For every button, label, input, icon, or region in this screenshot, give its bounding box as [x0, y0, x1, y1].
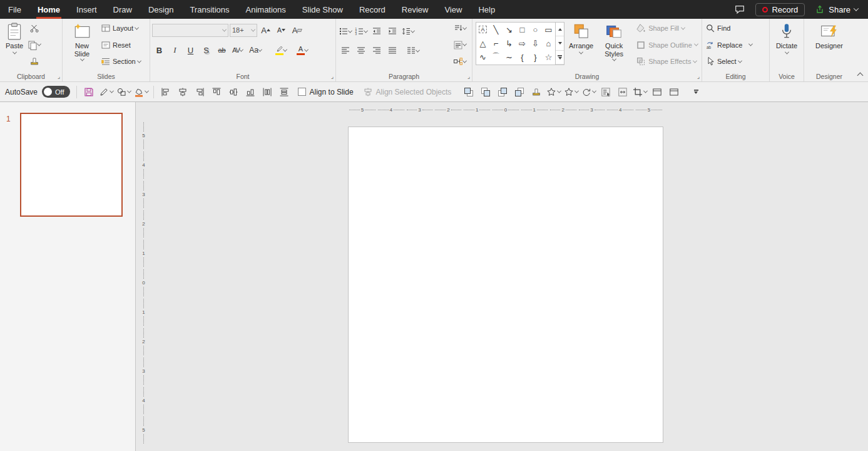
- collapse-ribbon-button[interactable]: [857, 73, 864, 79]
- reset-button[interactable]: Reset: [100, 38, 142, 52]
- italic-button[interactable]: I: [168, 43, 182, 57]
- font-name-combobox[interactable]: [152, 24, 228, 37]
- menu-tab-draw[interactable]: Draw: [105, 0, 140, 19]
- decrease-indent-button[interactable]: [369, 24, 384, 38]
- bring-to-front-button[interactable]: [494, 84, 511, 100]
- menu-tab-help[interactable]: Help: [470, 0, 503, 19]
- draw-pen-button[interactable]: [98, 84, 115, 100]
- numbering-button[interactable]: [354, 24, 368, 38]
- change-case-button[interactable]: Aa: [246, 43, 265, 57]
- resize-object-button[interactable]: [615, 84, 631, 100]
- shape-elbow-arrow-button[interactable]: ↳: [503, 36, 516, 50]
- section-button[interactable]: Section: [100, 54, 142, 68]
- rotate-objects-button[interactable]: [580, 84, 597, 100]
- drawing-dialog-launcher[interactable]: ⌟: [697, 74, 700, 80]
- menu-tab-view[interactable]: View: [436, 0, 470, 19]
- merge-shapes-button[interactable]: [115, 84, 132, 100]
- align-text-button[interactable]: [449, 38, 470, 52]
- shape-gallery-scroll-down-button[interactable]: [556, 36, 564, 50]
- autosave-toggle[interactable]: Off: [42, 86, 69, 98]
- copy-button[interactable]: [27, 38, 41, 52]
- align-objects-right-button[interactable]: [191, 84, 208, 100]
- arrange-button[interactable]: Arrange: [566, 20, 596, 71]
- bullets-button[interactable]: [338, 24, 352, 38]
- decrease-font-size-button[interactable]: A: [274, 23, 288, 37]
- shape-curve-button[interactable]: ∼: [503, 50, 516, 64]
- text-direction-button[interactable]: [449, 21, 470, 35]
- format-painter-button[interactable]: [27, 54, 41, 68]
- bring-forward-button[interactable]: [461, 84, 477, 100]
- increase-indent-button[interactable]: [385, 24, 399, 38]
- shape-right-arrow-button[interactable]: ⇨: [516, 36, 529, 50]
- shape-callout-button[interactable]: ⌂: [542, 36, 555, 50]
- paragraph-dialog-launcher[interactable]: ⌟: [467, 74, 470, 80]
- shape-star-button[interactable]: ☆: [542, 50, 555, 64]
- distribute-horizontally-button[interactable]: [259, 84, 275, 100]
- font-dialog-launcher[interactable]: ⌟: [331, 74, 334, 80]
- columns-button[interactable]: [406, 44, 420, 58]
- font-color-button[interactable]: A: [292, 43, 312, 57]
- shape-text-box-button[interactable]: A: [476, 23, 489, 36]
- bold-button[interactable]: B: [152, 43, 166, 57]
- underline-button[interactable]: U: [183, 43, 198, 57]
- align-center-button[interactable]: [354, 44, 368, 58]
- shape-right-brace-button[interactable]: }: [529, 50, 542, 64]
- character-spacing-button[interactable]: AV: [230, 43, 245, 57]
- select-button[interactable]: Select: [704, 54, 767, 68]
- shape-triangle-button[interactable]: △: [476, 36, 489, 50]
- distribute-vertically-button[interactable]: [276, 84, 292, 100]
- share-button[interactable]: Share: [815, 4, 858, 14]
- convert-to-smartart-button[interactable]: [449, 54, 470, 68]
- animation-painter-button[interactable]: [528, 84, 544, 100]
- shape-rectangle-button[interactable]: □: [516, 23, 529, 36]
- menu-tab-home[interactable]: Home: [29, 0, 68, 19]
- shape-fill-color-button[interactable]: [133, 84, 150, 100]
- paste-button[interactable]: Paste: [2, 20, 27, 71]
- shape-scribble-button[interactable]: ∿: [476, 50, 489, 64]
- highlight-color-button[interactable]: [271, 43, 291, 57]
- send-to-back-button[interactable]: [511, 84, 528, 100]
- align-objects-top-button[interactable]: [208, 84, 225, 100]
- shape-oval-button[interactable]: ○: [529, 23, 542, 36]
- menu-tab-file[interactable]: File: [0, 0, 29, 19]
- menu-tab-design[interactable]: Design: [140, 0, 181, 19]
- clear-formatting-button[interactable]: A: [290, 23, 304, 37]
- menu-tab-insert[interactable]: Insert: [68, 0, 105, 19]
- send-backward-button[interactable]: [477, 84, 494, 100]
- designer-button[interactable]: Designer: [812, 20, 846, 71]
- shape-line-button[interactable]: ╲: [489, 23, 503, 36]
- shape-elbow-connector-button[interactable]: ⌐: [489, 36, 503, 50]
- align-objects-bottom-button[interactable]: [242, 84, 258, 100]
- align-objects-center-button[interactable]: [175, 84, 191, 100]
- format-pane-button[interactable]: [666, 84, 682, 100]
- shape-outline-button[interactable]: Shape Outline: [634, 38, 700, 52]
- comments-button[interactable]: [734, 4, 745, 15]
- record-button[interactable]: Record: [755, 3, 805, 16]
- find-button[interactable]: Find: [704, 21, 767, 35]
- save-button[interactable]: [81, 84, 97, 100]
- menu-tab-slide-show[interactable]: Slide Show: [294, 0, 351, 19]
- slide-thumbnail[interactable]: [20, 113, 123, 217]
- shape-effects-button[interactable]: Shape Effects: [634, 54, 700, 68]
- layout-button[interactable]: Layout: [100, 21, 142, 35]
- justify-button[interactable]: [385, 44, 399, 58]
- shape-line-arrow-button[interactable]: ↘: [503, 23, 516, 36]
- toolbar-overflow-button[interactable]: [688, 84, 704, 100]
- shape-rounded-rectangle-button[interactable]: ▭: [542, 23, 555, 36]
- clipboard-dialog-launcher[interactable]: ⌟: [58, 74, 60, 80]
- shape-fill-button[interactable]: Shape Fill: [634, 21, 700, 35]
- shape-arc-button[interactable]: ⌒: [489, 50, 503, 64]
- align-left-button[interactable]: [338, 44, 352, 58]
- size-position-button[interactable]: [649, 84, 665, 100]
- line-spacing-button[interactable]: [401, 24, 415, 38]
- selection-pane-button[interactable]: [598, 84, 614, 100]
- increase-font-size-button[interactable]: A: [258, 23, 273, 37]
- cut-button[interactable]: [27, 21, 41, 35]
- add-animation-button[interactable]: [563, 84, 580, 100]
- slide-canvas[interactable]: [348, 127, 663, 443]
- shape-gallery-more-button[interactable]: [556, 51, 564, 65]
- align-right-button[interactable]: [369, 44, 384, 58]
- menu-tab-review[interactable]: Review: [394, 0, 437, 19]
- align-objects-middle-button[interactable]: [225, 84, 242, 100]
- menu-tab-record[interactable]: Record: [351, 0, 394, 19]
